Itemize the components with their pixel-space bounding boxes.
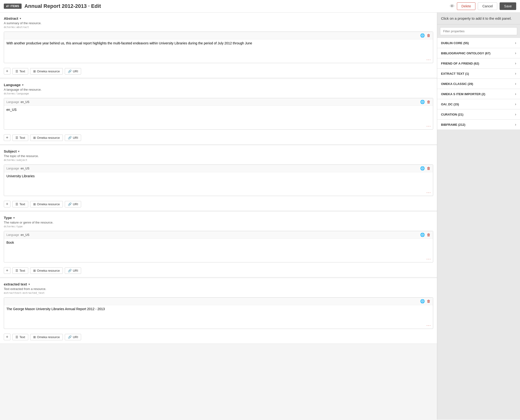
- uri-label: URI: [73, 69, 78, 73]
- property-section-subject: Subject ▾ The topic of the resource. dct…: [0, 145, 437, 211]
- vocab-item-omeka-classic[interactable]: OMEKA CLASSIC (29)›: [437, 79, 520, 89]
- add-text-button[interactable]: ☰ Text: [12, 68, 28, 75]
- three-dots-menu[interactable]: ···: [427, 58, 431, 62]
- globe-icon[interactable]: 🌐: [420, 100, 425, 104]
- vocab-arrow-icon: ›: [515, 112, 516, 117]
- add-text-button[interactable]: ☰ Text: [12, 267, 28, 274]
- uri-icon: 🔗: [68, 202, 72, 206]
- value-textarea[interactable]: en_US: [4, 106, 433, 122]
- uri-icon: 🔗: [68, 69, 72, 73]
- uri-label: URI: [73, 202, 78, 206]
- property-name: Type: [4, 216, 12, 220]
- vocab-label: OMEKA S ITEM IMPORTER (2): [441, 92, 485, 96]
- delete-button[interactable]: Delete: [457, 2, 475, 10]
- text-icon: ☰: [15, 335, 18, 339]
- trash-icon[interactable]: 🗑: [427, 233, 431, 237]
- globe-icon[interactable]: 🌐: [420, 166, 425, 171]
- globe-icon[interactable]: 🌐: [420, 299, 425, 303]
- property-header: extracted text ▾: [4, 282, 433, 286]
- header-actions: 👁 Delete Cancel Save: [450, 2, 516, 10]
- three-dots-menu[interactable]: ···: [427, 191, 431, 195]
- three-dots-menu[interactable]: ···: [427, 257, 431, 261]
- add-value-bar: + ☰ Text ⊞ Omeka resource 🔗 URI: [4, 265, 433, 277]
- title-separator: ·: [88, 3, 90, 9]
- add-uri-button[interactable]: 🔗 URI: [65, 68, 81, 75]
- vocab-label: CURATION (21): [441, 113, 463, 116]
- add-omeka-resource-button[interactable]: ⊞ Omeka resource: [30, 334, 63, 340]
- add-uri-button[interactable]: 🔗 URI: [65, 135, 81, 141]
- uri-label: URI: [73, 269, 78, 272]
- property-dropdown-icon[interactable]: ▾: [29, 283, 30, 286]
- filter-properties-input[interactable]: [440, 27, 517, 35]
- value-box: 🌐 🗑 With another productive year behind …: [4, 31, 433, 63]
- add-uri-button[interactable]: 🔗 URI: [65, 334, 81, 340]
- add-text-button[interactable]: ☰ Text: [12, 201, 28, 207]
- vocab-item-dublin-core[interactable]: DUBLIN CORE (55)›: [437, 38, 520, 48]
- add-uri-button[interactable]: 🔗 URI: [65, 267, 81, 274]
- text-label: Text: [19, 202, 25, 206]
- text-icon: ☰: [15, 269, 18, 272]
- text-label: Text: [19, 335, 25, 339]
- add-omeka-resource-button[interactable]: ⊞ Omeka resource: [30, 201, 63, 207]
- text-label: Text: [19, 136, 25, 140]
- vocab-item-omeka-s-item-importer[interactable]: OMEKA S ITEM IMPORTER (2)›: [437, 89, 520, 99]
- property-desc: A summary of the resource.: [4, 21, 433, 25]
- vocab-item-curation[interactable]: CURATION (21)›: [437, 109, 520, 120]
- value-box-header: Language en_US 🌐 🗑: [4, 165, 433, 172]
- add-omeka-resource-button[interactable]: ⊞ Omeka resource: [30, 135, 63, 141]
- add-value-button[interactable]: +: [4, 267, 10, 274]
- add-uri-button[interactable]: 🔗 URI: [65, 201, 81, 207]
- value-textarea[interactable]: The George Mason University Libraries An…: [4, 305, 433, 322]
- value-textarea[interactable]: Book: [4, 239, 433, 255]
- value-textarea[interactable]: University Libraries: [4, 172, 433, 189]
- value-box: Language en_US 🌐 🗑 Book ···: [4, 231, 433, 262]
- value-icons: 🌐 🗑: [420, 166, 431, 171]
- property-dropdown-icon[interactable]: ▾: [13, 216, 15, 219]
- add-value-button[interactable]: +: [4, 134, 10, 141]
- three-dots-menu[interactable]: ···: [427, 323, 431, 328]
- value-box-header: Language en_US 🌐 🗑: [4, 98, 433, 106]
- globe-icon[interactable]: 🌐: [420, 232, 425, 237]
- vocab-item-oai-dc[interactable]: OAI_DC (15)›: [437, 99, 520, 109]
- lang-label: Language en_US: [6, 233, 30, 237]
- trash-icon[interactable]: 🗑: [427, 33, 431, 38]
- vocab-item-extract-text[interactable]: EXTRACT TEXT (1)›: [437, 68, 520, 79]
- title-text: Annual Report 2012-2013: [24, 3, 87, 9]
- value-box: Language en_US 🌐 🗑 en_US ···: [4, 98, 433, 130]
- trash-icon[interactable]: 🗑: [427, 100, 431, 104]
- vocab-item-bibliographic-ontology[interactable]: BIBLIOGRAPHIC ONTOLOGY (67)›: [437, 48, 520, 58]
- preview-icon[interactable]: 👁: [450, 4, 454, 9]
- value-box-header: 🌐 🗑: [4, 298, 433, 305]
- add-value-bar: + ☰ Text ⊞ Omeka resource 🔗 URI: [4, 132, 433, 144]
- save-button[interactable]: Save: [500, 2, 516, 10]
- globe-icon[interactable]: 🌐: [420, 33, 425, 38]
- value-box-footer: ···: [4, 57, 433, 63]
- vocab-arrow-icon: ›: [515, 61, 516, 66]
- property-dropdown-icon[interactable]: ▾: [22, 83, 23, 87]
- add-value-button[interactable]: +: [4, 68, 10, 75]
- add-text-button[interactable]: ☰ Text: [12, 334, 28, 340]
- right-panel: Click on a property to add it to the edi…: [437, 13, 520, 420]
- property-name: Abstract: [4, 16, 18, 20]
- add-text-button[interactable]: ☰ Text: [12, 135, 28, 141]
- value-icons: 🌐 🗑: [420, 100, 431, 104]
- lang-label: Language en_US: [6, 167, 30, 170]
- trash-icon[interactable]: 🗑: [427, 166, 431, 171]
- cancel-button[interactable]: Cancel: [478, 2, 497, 10]
- add-value-button[interactable]: +: [4, 334, 10, 340]
- page-title: Annual Report 2012-2013 · Edit: [24, 3, 447, 9]
- property-dropdown-icon[interactable]: ▾: [20, 17, 21, 20]
- value-textarea[interactable]: With another productive year behind us, …: [4, 39, 433, 56]
- omeka-resource-icon: ⊞: [33, 269, 36, 272]
- property-dropdown-icon[interactable]: ▾: [18, 150, 19, 153]
- add-omeka-resource-button[interactable]: ⊞ Omeka resource: [30, 68, 63, 75]
- trash-icon[interactable]: 🗑: [427, 299, 431, 303]
- property-section-abstract: Abstract ▾ A summary of the resource. dc…: [0, 13, 437, 78]
- three-dots-menu[interactable]: ···: [427, 124, 431, 128]
- vocab-item-friend-of-a-friend[interactable]: FRIEND OF A FRIEND (62)›: [437, 58, 520, 68]
- add-value-button[interactable]: +: [4, 201, 10, 207]
- property-name: Subject: [4, 149, 17, 153]
- vocab-arrow-icon: ›: [515, 71, 516, 76]
- vocab-item-bibframe[interactable]: BIBFRAME (212)›: [437, 120, 520, 130]
- add-omeka-resource-button[interactable]: ⊞ Omeka resource: [30, 267, 63, 274]
